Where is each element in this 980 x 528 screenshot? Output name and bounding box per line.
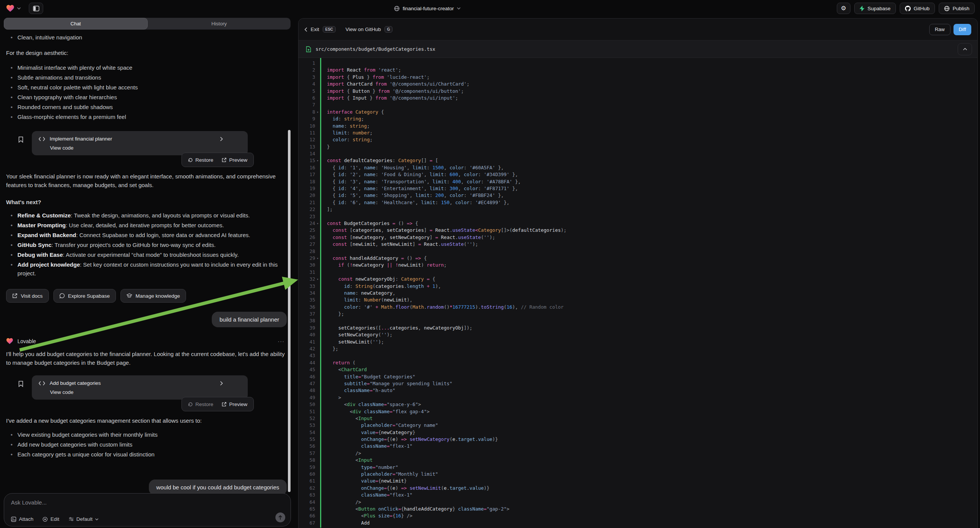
manage-knowledge-button[interactable]: Manage knowledge [121, 289, 186, 303]
code-line: 55 onChange={(e) => setNewCategory(e.tar… [299, 436, 977, 443]
github-button[interactable]: GitHub [900, 3, 935, 14]
restore-button[interactable]: Restore [188, 401, 213, 407]
lovable-logo-icon[interactable] [6, 5, 14, 12]
code-line: 42 }; [299, 345, 977, 352]
code-line: 25 const [categories, setCategories] = R… [299, 227, 977, 234]
chevron-right-icon [220, 137, 223, 141]
code-line: 52 <Input [299, 415, 977, 422]
code-line: 56 className="flex-1" [299, 443, 977, 450]
diff-added-gutter [320, 58, 321, 528]
project-switcher[interactable]: financial-future-creator [394, 0, 461, 17]
code-line: 26 const [newCategory, setNewCategory] =… [299, 234, 977, 241]
tab-chat[interactable]: Chat [4, 18, 148, 30]
bookmark-icon[interactable] [18, 381, 24, 387]
explore-supabase-button[interactable]: Explore Supabase [53, 289, 116, 303]
list-item: Add project knowledge: Set key context o… [6, 260, 287, 278]
attach-button[interactable]: Attach [11, 516, 33, 522]
edit-button[interactable]: Edit [43, 516, 59, 522]
chevron-right-icon [220, 381, 223, 386]
send-button[interactable] [275, 512, 285, 522]
user-message: build a financial planner [212, 312, 287, 327]
external-link-icon [222, 157, 226, 162]
list-item: Master Prompting: Use clear, detailed, a… [6, 221, 287, 229]
design-heading: For the design aesthetic: [6, 48, 287, 57]
user-message: would be cool if you could add budget ca… [149, 480, 287, 495]
code-line: 33 id: String(categories.length + 1), [299, 283, 977, 290]
code-line: 50 <div className="space-y-6"> [299, 401, 977, 408]
chat-composer[interactable]: Ask Lovable... Attach Edit Default [4, 493, 291, 526]
target-icon [43, 517, 48, 522]
view-on-github-button[interactable]: View on GitHub G [345, 26, 393, 33]
list-item: Subtle animations and transitions [6, 73, 287, 82]
code-line: 43 [299, 352, 977, 359]
restore-icon [188, 402, 193, 407]
code-icon [39, 137, 45, 141]
ready-paragraph: Your sleek financial planner is now read… [6, 172, 287, 189]
code-line: 15▾const defaultCategories: Category[] =… [299, 157, 977, 164]
code-line: 12 color: string; [299, 136, 977, 143]
code-line: 28 [299, 248, 977, 255]
list-item: Debug with Ease: Activate our experiment… [6, 250, 287, 259]
settings-button[interactable]: ⚙ [837, 3, 850, 14]
external-link-icon [222, 402, 226, 407]
preview-button[interactable]: Preview [222, 401, 247, 407]
code-line: 46 title="Budget Categories" [299, 374, 977, 380]
code-line: 62 onChange={(e) => setNewLimit(e.target… [299, 485, 977, 491]
version-card-budget[interactable]: Add budget categories View code Restore … [32, 375, 248, 399]
code-editor[interactable]: 12import React from 'react';3import { Pl… [299, 58, 977, 528]
external-link-icon [12, 293, 18, 299]
version-card-row: Add budget categories View code Restore … [6, 375, 287, 399]
code-line: 65 <Button onClick={handleAddCategory} c… [299, 506, 977, 512]
chevron-left-icon [305, 27, 307, 32]
added-paragraph: I've added a new budget categories manag… [6, 416, 287, 425]
code-line: 3import { Plus } from 'lucide-react'; [299, 74, 977, 81]
topbar: financial-future-creator ⚙ Supabase GitH… [0, 0, 980, 17]
sidebar-toggle-button[interactable] [29, 3, 43, 14]
raw-toggle-button[interactable]: Raw [929, 24, 950, 35]
exit-button[interactable]: Exit ESC [305, 26, 336, 33]
tab-history[interactable]: History [148, 18, 291, 30]
view-code-link[interactable]: View code [50, 390, 241, 395]
code-line: 22]; [299, 206, 977, 213]
code-line: 14 [299, 150, 977, 157]
bookmark-icon[interactable] [18, 136, 24, 143]
publish-button[interactable]: Publish [939, 3, 975, 14]
restore-icon [188, 157, 193, 162]
preview-button[interactable]: Preview [222, 157, 247, 163]
restore-button[interactable]: Restore [188, 157, 213, 163]
assistant-name: Lovable [18, 338, 36, 344]
code-line: 44 return ( [299, 359, 977, 366]
version-card-planner[interactable]: Implement financial planner View code Re… [32, 131, 248, 155]
collapse-file-button[interactable] [958, 43, 972, 55]
mode-selector[interactable]: Default [68, 516, 99, 522]
code-line: 18 { id: '3', name: 'Transportation', li… [299, 178, 977, 185]
code-line: 68 </Button> [299, 526, 977, 528]
message-menu-button[interactable]: ··· [278, 338, 285, 344]
code-line: 39 setCategories([...categories, newCate… [299, 324, 977, 331]
restore-preview-pill: Restore Preview [181, 153, 254, 167]
code-line: 66 <Plus size={16} /> [299, 512, 977, 519]
quick-actions-row: Visit docs Explore Supabase Manage knowl… [6, 289, 287, 303]
code-line: 23 [299, 213, 977, 220]
view-code-link[interactable]: View code [50, 145, 241, 151]
code-line: 5import { Button } from '@/components/ui… [299, 88, 977, 95]
code-line: 63 className="flex-1" [299, 491, 977, 498]
chat-scrollbar-thumb[interactable] [288, 130, 291, 492]
version-card-title: Implement financial planner [49, 136, 112, 142]
version-card-row: Implement financial planner View code Re… [6, 131, 287, 155]
code-line: 51 <div className="flex gap-4"> [299, 408, 977, 415]
visit-docs-button[interactable]: Visit docs [6, 289, 49, 303]
list-item: Clean, intuitive navigation [6, 33, 287, 42]
composer-placeholder: Ask Lovable... [11, 499, 46, 506]
code-line: 16 { id: '1', name: 'Housing', limit: 15… [299, 164, 977, 171]
arrow-up-icon [278, 515, 283, 520]
supabase-button[interactable]: Supabase [854, 3, 896, 14]
intro-bullet-list: Clean, intuitive navigation [6, 33, 287, 42]
chevron-down-icon[interactable] [17, 7, 21, 10]
code-line: 21 { id: '6', name: 'Healthcare', limit:… [299, 199, 977, 206]
diff-toggle-button[interactable]: Diff [953, 24, 971, 35]
restore-preview-pill: Restore Preview [181, 397, 254, 411]
next-steps-list: Refine & Customize: Tweak the design, an… [6, 211, 287, 278]
list-item: Expand with Backend: Connect Supabase to… [6, 231, 287, 239]
code-line: 61 value={newLimit} [299, 478, 977, 484]
